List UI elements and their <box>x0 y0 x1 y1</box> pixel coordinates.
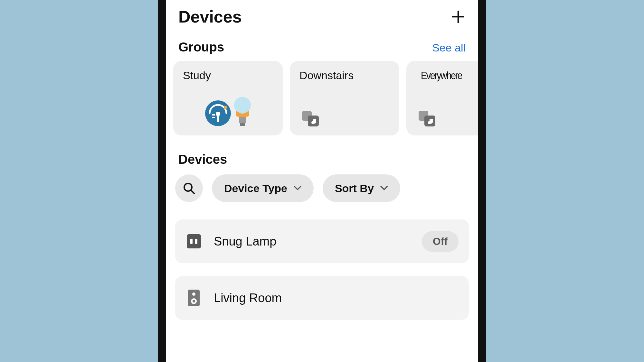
group-icons <box>299 98 390 127</box>
sort-by-filter[interactable]: Sort By <box>323 174 400 202</box>
device-row-living-room[interactable]: Living Room <box>175 276 469 320</box>
group-name: Everywhere <box>421 69 476 82</box>
see-all-link[interactable]: See all <box>432 42 466 54</box>
phone-frame: Devices Groups See all Study <box>158 0 486 362</box>
app-screen: Devices Groups See all Study <box>166 0 478 362</box>
group-card-downstairs[interactable]: Downstairs <box>290 61 399 135</box>
devices-header: Devices <box>166 135 478 174</box>
svg-rect-17 <box>187 234 201 248</box>
search-icon <box>183 182 195 195</box>
device-type-filter[interactable]: Device Type <box>212 174 314 202</box>
plug-icon <box>185 233 202 250</box>
group-icons <box>416 98 478 127</box>
svg-rect-10 <box>240 123 245 126</box>
svg-point-3 <box>224 106 227 109</box>
svg-rect-18 <box>190 239 193 244</box>
filter-label: Device Type <box>224 182 287 195</box>
page-title: Devices <box>178 7 242 26</box>
devices-title: Devices <box>178 152 466 167</box>
group-icons <box>183 98 273 127</box>
groups-header: Groups See all <box>166 29 478 61</box>
multi-music-icon <box>301 110 320 127</box>
group-card-everywhere[interactable]: Everywhere <box>406 61 478 135</box>
groups-row[interactable]: Study <box>166 61 478 135</box>
svg-line-16 <box>191 190 194 193</box>
svg-point-23 <box>193 300 195 302</box>
header: Devices <box>166 0 478 29</box>
bulb-icon <box>233 97 252 127</box>
group-card-study[interactable]: Study <box>173 61 283 135</box>
svg-rect-9 <box>239 117 246 123</box>
device-list: Snug Lamp Off Living Room <box>166 202 478 320</box>
svg-point-21 <box>192 292 195 296</box>
groups-title: Groups <box>178 40 224 54</box>
plus-icon <box>451 9 466 24</box>
svg-rect-19 <box>195 239 197 244</box>
filter-row: Device Type Sort By <box>166 174 478 202</box>
svg-point-4 <box>216 112 220 116</box>
device-name: Living Room <box>214 291 459 305</box>
device-state-toggle[interactable]: Off <box>422 231 459 252</box>
add-button[interactable] <box>451 9 466 24</box>
group-name: Study <box>183 69 273 82</box>
speaker-icon <box>185 290 202 306</box>
thermostat-icon <box>204 99 232 127</box>
chevron-down-icon <box>294 186 301 191</box>
group-name: Downstairs <box>299 69 390 82</box>
filter-label: Sort By <box>335 182 374 195</box>
device-name: Snug Lamp <box>214 235 410 248</box>
svg-rect-5 <box>217 116 219 122</box>
search-button[interactable] <box>175 174 203 202</box>
device-row-snug-lamp[interactable]: Snug Lamp Off <box>175 219 469 263</box>
chevron-down-icon <box>380 186 388 191</box>
multi-music-icon <box>418 110 437 127</box>
